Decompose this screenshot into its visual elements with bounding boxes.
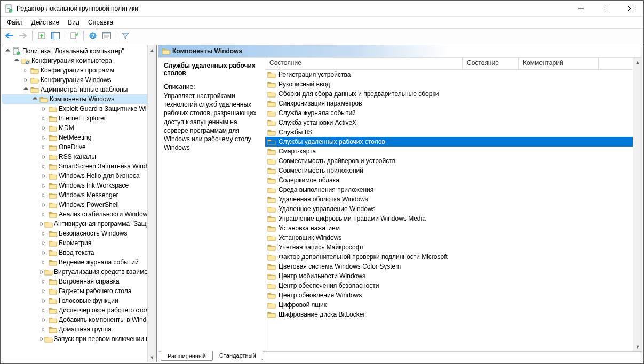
expander-icon[interactable] [30, 97, 39, 102]
minimize-button[interactable] [569, 1, 593, 17]
column-comment[interactable]: Комментарий [519, 58, 599, 69]
expander-icon[interactable] [39, 212, 48, 217]
list-item[interactable]: Центр мобильности Windows [265, 271, 633, 281]
expander-icon[interactable] [39, 126, 48, 131]
tree-item-root[interactable]: Политика "Локальный компьютер" [2, 46, 147, 56]
tree-vertical-scrollbar[interactable]: ▲ ▼ [147, 45, 156, 362]
tree-item-sub-10[interactable]: Windows PowerShell [2, 200, 147, 209]
expander-icon[interactable] [39, 155, 48, 159]
tree-item-sub-22[interactable]: Добавить компоненты в Windows [2, 315, 147, 325]
tree-item-sub-20[interactable]: Голосовые функции [2, 296, 147, 305]
expander-icon[interactable] [39, 145, 48, 150]
expander-icon[interactable] [39, 164, 48, 169]
list-item[interactable]: Служба установки ActiveX [265, 118, 633, 127]
close-button[interactable] [618, 1, 642, 17]
list-item[interactable]: Центр обеспечения безопасности [265, 281, 633, 290]
tree-item-sub-3[interactable]: NetMeeting [2, 133, 147, 142]
expander-icon[interactable] [21, 87, 30, 92]
list-item[interactable]: Совместимость драйверов и устройств [265, 156, 633, 166]
list-item[interactable]: Удаленное управление Windows [265, 204, 633, 214]
list-item[interactable]: Рукописный ввод [265, 79, 633, 89]
list-item[interactable]: Службы IIS [265, 127, 633, 137]
tree-item-sub-16[interactable]: Ведение журнала событий [2, 257, 147, 267]
export-button[interactable] [68, 30, 81, 42]
expander-icon[interactable] [39, 107, 48, 111]
list-item[interactable]: Установка нажатием [265, 223, 633, 233]
filter-button[interactable] [119, 30, 132, 42]
tree-item-sub-19[interactable]: Гаджеты рабочего стола [2, 286, 147, 296]
list-item[interactable]: Установщик Windows [265, 233, 633, 242]
list-item[interactable]: Среда выполнения приложения [265, 185, 633, 195]
scroll-track[interactable] [148, 54, 156, 353]
list-item[interactable]: Регистрация устройства [265, 70, 633, 79]
tree-item-sub-17[interactable]: Виртуализация средств взаимодействия с п… [2, 267, 147, 277]
tree-item-sub-18[interactable]: Встроенная справка [2, 277, 147, 286]
menu-action[interactable]: Действие [27, 18, 64, 27]
properties-button[interactable] [100, 30, 113, 42]
list-item[interactable]: Цветовая система Windows Color System [265, 262, 633, 271]
expander-icon[interactable] [39, 193, 48, 198]
maximize-button[interactable] [593, 1, 618, 17]
expander-icon[interactable] [39, 250, 48, 255]
menu-view[interactable]: Вид [63, 18, 84, 27]
list-item[interactable]: Учетная запись Майкрософт [265, 242, 633, 252]
tree-item-windows-components[interactable]: Компоненты Windows [2, 94, 147, 104]
tree-item-sub-24[interactable]: Запуск при первом включении компьютера [2, 334, 147, 344]
list-item[interactable]: Служба журнала событий [265, 108, 633, 118]
tree-item-sub-14[interactable]: Биометрия [2, 238, 147, 248]
scroll-up-icon[interactable]: ▲ [633, 58, 642, 67]
tree-item-admin-templates[interactable]: Административные шаблоны [2, 85, 147, 94]
tree-item-sub-2[interactable]: MDM [2, 123, 147, 133]
tab-standard[interactable]: Стандартный [212, 351, 263, 360]
scroll-down-icon[interactable]: ▼ [633, 342, 642, 351]
column-state-1[interactable]: Состояние [265, 58, 463, 69]
forward-button[interactable] [17, 30, 29, 42]
scroll-track[interactable] [633, 67, 642, 342]
scroll-up-icon[interactable]: ▲ [148, 45, 156, 54]
column-state-2[interactable]: Состояние [463, 58, 519, 69]
scroll-down-icon[interactable]: ▼ [148, 353, 156, 362]
expander-icon[interactable] [3, 49, 12, 54]
tree-item-sub-9[interactable]: Windows Messenger [2, 190, 147, 200]
expander-icon[interactable] [39, 337, 44, 342]
tree-item-sub-15[interactable]: Ввод текста [2, 248, 147, 257]
tree-item-sub-0[interactable]: Exploit Guard в Защитнике Windows [2, 104, 147, 114]
back-button[interactable] [3, 30, 15, 42]
list-item[interactable]: Содержимое облака [265, 175, 633, 185]
menu-file[interactable]: Файл [3, 18, 27, 27]
tree-item-sub-1[interactable]: Internet Explorer [2, 114, 147, 123]
tree-item-sub-4[interactable]: OneDrive [2, 142, 147, 152]
expander-icon[interactable] [39, 183, 48, 188]
list-item[interactable]: Сборки для сбора данных и предварительны… [265, 89, 633, 99]
expander-icon[interactable] [39, 222, 44, 227]
expander-icon[interactable] [39, 270, 44, 274]
list-item[interactable]: Фактор дополнительной проверки подлиннос… [265, 252, 633, 262]
help-button[interactable]: ? [86, 30, 99, 42]
expander-icon[interactable] [39, 203, 48, 207]
tree-item-sub-8[interactable]: Windows Ink Workspace [2, 181, 147, 190]
expander-icon[interactable] [21, 78, 30, 83]
tree-item-sub-12[interactable]: Антивирусная программа "Защитник Windows… [2, 219, 147, 229]
expander-icon[interactable] [12, 59, 21, 63]
expander-icon[interactable] [39, 174, 48, 179]
expander-icon[interactable] [39, 116, 48, 121]
list-item[interactable]: Совместимость приложений [265, 166, 633, 175]
list-item[interactable]: Синхронизация параметров [265, 99, 633, 108]
expander-icon[interactable] [39, 135, 48, 140]
tree-item-sub-7[interactable]: Windows Hello для бизнеса [2, 171, 147, 181]
list-item[interactable]: Управление цифровыми правами Windows Med… [265, 214, 633, 223]
list-item[interactable]: Центр обновления Windows [265, 290, 633, 300]
list-item[interactable]: Удаленная оболочка Windows [265, 195, 633, 204]
show-hide-tree-button[interactable] [49, 30, 62, 42]
list-item[interactable]: Службы удаленных рабочих столов [265, 137, 633, 147]
tab-extended[interactable]: Расширенный [161, 351, 213, 361]
tree-item-software-config[interactable]: Конфигурация программ [2, 66, 147, 75]
list-item[interactable]: Шифрование диска BitLocker [265, 310, 633, 319]
tree-item-computer-config[interactable]: Конфигурация компьютера [2, 56, 147, 66]
tree-item-windows-config[interactable]: Конфигурация Windows [2, 75, 147, 85]
list-vertical-scrollbar[interactable]: ▲ ▼ [633, 58, 642, 351]
expander-icon[interactable] [39, 260, 48, 265]
expander-icon[interactable] [39, 298, 48, 303]
tree-item-sub-5[interactable]: RSS-каналы [2, 152, 147, 161]
tree-item-sub-21[interactable]: Диспетчер окон рабочего стола [2, 305, 147, 315]
